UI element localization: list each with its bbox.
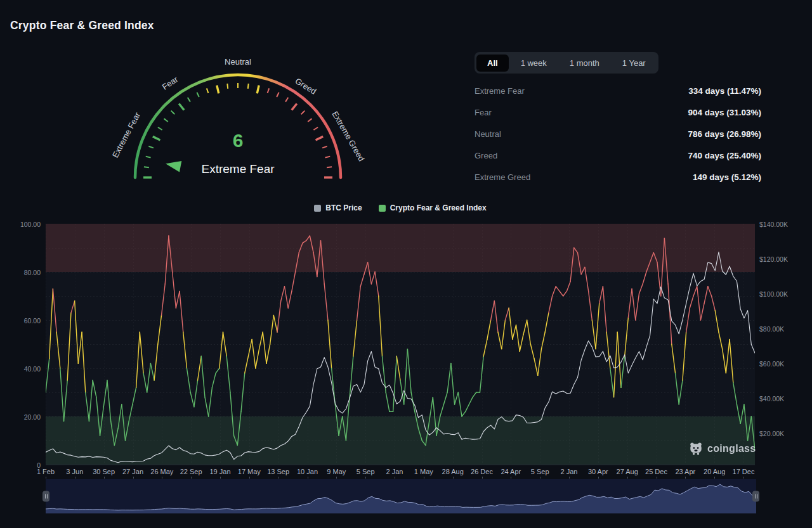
stat-value: 334 days (11.47%) xyxy=(688,86,761,96)
chart-navigator[interactable] xyxy=(46,479,756,513)
right-axis-label: $100.00K xyxy=(759,290,788,298)
x-axis-label: 26 May xyxy=(150,468,173,475)
x-axis-label: 23 Apr xyxy=(675,468,695,475)
left-axis-label: 100.00 xyxy=(1,221,41,228)
x-axis-label: 26 Dec xyxy=(471,468,493,475)
chart-legend: BTC Price Crypto Fear & Greed Index xyxy=(46,203,755,212)
x-axis-label: 1 May xyxy=(414,468,433,475)
coinglass-watermark: coinglass xyxy=(689,442,756,456)
stat-value: 904 days (31.03%) xyxy=(688,108,761,117)
x-axis-label: 27 Aug xyxy=(617,468,638,475)
x-axis-label: 17 Dec xyxy=(733,468,755,475)
left-axis-label: 40.00 xyxy=(1,365,41,373)
x-axis-label: 5 Sep xyxy=(531,468,549,475)
stat-label: Extreme Greed xyxy=(475,172,530,182)
watermark-label: coinglass xyxy=(707,443,756,454)
x-axis-label: 5 Sep xyxy=(357,468,375,475)
x-axis-label: 17 May xyxy=(238,468,261,475)
stat-value: 786 days (26.98%) xyxy=(688,129,761,139)
x-axis-label: 25 Dec xyxy=(645,468,667,475)
x-axis-label: 20 Aug xyxy=(704,468,725,475)
stat-row-greed: Greed 740 days (25.40%) xyxy=(475,145,761,166)
tab-all[interactable]: All xyxy=(476,55,509,72)
stat-value: 149 days (5.12%) xyxy=(693,172,761,182)
btc-price-swatch-icon xyxy=(314,205,321,212)
coinglass-logo-icon xyxy=(689,442,703,456)
stat-value: 740 days (25.40%) xyxy=(688,151,761,160)
x-axis-label: 22 Sep xyxy=(180,468,202,475)
stat-row-extreme-greed: Extreme Greed 149 days (5.12%) xyxy=(475,166,761,188)
crypto-fear-greed-page: Crypto Fear & Greed Index 6 Extreme Fear xyxy=(0,0,812,528)
x-axis-label: 3 Jun xyxy=(66,468,83,475)
x-axis-label: 13 Sep xyxy=(267,468,289,475)
gauge-label-neutral: Neutral xyxy=(225,57,251,67)
stat-row-extreme-fear: Extreme Fear 334 days (11.47%) xyxy=(475,80,761,101)
legend-item-fear-greed[interactable]: Crypto Fear & Greed Index xyxy=(379,203,487,212)
x-axis-line xyxy=(46,465,755,465)
gauge-pointer xyxy=(166,161,181,172)
navigator-right-handle[interactable] xyxy=(752,491,759,502)
tab-1-year[interactable]: 1 Year xyxy=(612,55,657,72)
x-axis-label: 24 Apr xyxy=(501,468,521,475)
x-axis-label: 27 Jan xyxy=(122,468,143,475)
stat-label: Neutral xyxy=(475,129,501,139)
x-axis-label: 28 Aug xyxy=(442,468,464,475)
legend-label: Crypto Fear & Greed Index xyxy=(390,203,487,212)
x-axis-label: 9 May xyxy=(327,468,346,475)
fear-greed-swatch-icon xyxy=(379,205,386,212)
left-axis-label: 20.00 xyxy=(1,413,41,421)
legend-item-btc-price[interactable]: BTC Price xyxy=(314,203,362,212)
navigator-left-handle[interactable] xyxy=(43,491,49,502)
tab-1-month[interactable]: 1 month xyxy=(559,55,610,72)
left-axis-label: 60.00 xyxy=(1,317,41,325)
left-axis-label: 0 xyxy=(1,461,41,469)
x-axis-label: 2 Jan xyxy=(561,468,578,475)
fear-greed-btc-chart[interactable] xyxy=(46,224,755,465)
stat-label: Fear xyxy=(475,108,492,117)
gauge-value: 6 xyxy=(233,130,244,151)
fear-greed-gauge: 6 Extreme Fear Extreme Fear Fear Neutral… xyxy=(89,51,387,196)
x-axis-label: 1 Feb xyxy=(37,468,55,475)
stat-row-fear: Fear 904 days (31.03%) xyxy=(475,101,761,123)
page-title: Crypto Fear & Greed Index xyxy=(10,19,154,32)
right-axis-label: $20.00K xyxy=(759,430,784,437)
x-axis-label: 19 Jan xyxy=(209,468,230,475)
x-axis-label: 30 Sep xyxy=(93,468,115,475)
right-axis-label: $60.00K xyxy=(759,360,784,368)
right-axis-label: $40.00K xyxy=(759,395,784,402)
x-axis-label: 30 Apr xyxy=(588,468,608,475)
time-range-tabs: All 1 week 1 month 1 Year xyxy=(475,52,658,74)
gauge-classification: Extreme Fear xyxy=(201,162,275,176)
right-axis-label: $80.00K xyxy=(759,325,784,333)
fear-greed-stats-list: Extreme Fear 334 days (11.47%) Fear 904 … xyxy=(475,80,761,188)
legend-label: BTC Price xyxy=(325,203,362,212)
tab-1-week[interactable]: 1 week xyxy=(510,55,558,72)
right-axis-label: $140.00K xyxy=(759,221,788,228)
right-axis-label: $120.00K xyxy=(759,255,788,263)
x-axis-label: 2 Jan xyxy=(386,468,403,475)
stat-label: Greed xyxy=(475,151,497,160)
left-axis-label: 80.00 xyxy=(1,269,41,276)
stat-row-neutral: Neutral 786 days (26.98%) xyxy=(475,123,761,145)
navigator-area-chart[interactable] xyxy=(46,479,756,513)
x-axis-label: 10 Jan xyxy=(297,468,318,475)
stat-label: Extreme Fear xyxy=(475,86,525,96)
